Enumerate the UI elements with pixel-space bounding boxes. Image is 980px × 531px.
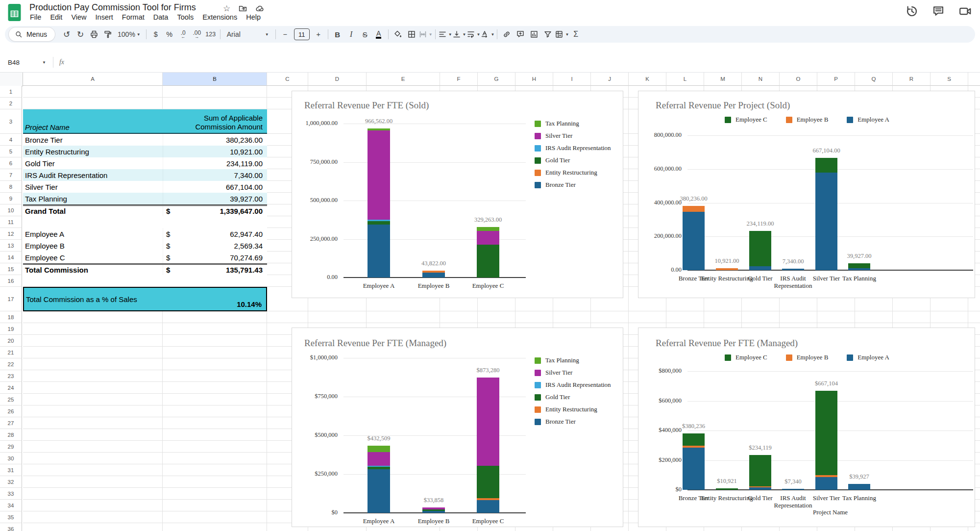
decrease-decimal-button[interactable]: .0←: [176, 27, 190, 41]
italic-button[interactable]: I: [344, 27, 358, 41]
menu-file[interactable]: File: [25, 12, 46, 22]
row-header-25[interactable]: 25: [0, 394, 22, 405]
project-name-cell[interactable]: Gold Tier: [23, 157, 163, 169]
project-row-bronze-tier[interactable]: Bronze Tier380,236.00: [23, 134, 267, 146]
column-header-L[interactable]: L: [666, 73, 704, 86]
format-percent-button[interactable]: %: [163, 27, 176, 41]
employee-name-cell[interactable]: Employee B: [23, 240, 163, 252]
column-header-C[interactable]: C: [267, 73, 308, 86]
borders-button[interactable]: [405, 27, 418, 41]
menu-help[interactable]: Help: [242, 12, 265, 22]
project-amount-cell[interactable]: 380,236.00: [163, 134, 267, 146]
print-button[interactable]: [87, 27, 101, 41]
project-amount-cell[interactable]: 10,921.00: [163, 146, 267, 157]
menu-view[interactable]: View: [67, 12, 91, 22]
row-header-9[interactable]: 9: [0, 193, 22, 204]
total-commission-amount-cell[interactable]: $135,791.43: [163, 265, 267, 275]
column-header-T[interactable]: T: [968, 73, 980, 86]
name-box-caret-icon[interactable]: ▼: [42, 60, 46, 65]
column-header-P[interactable]: P: [817, 73, 855, 86]
row-header-1[interactable]: 1: [0, 86, 22, 98]
insert-chart-button[interactable]: [527, 27, 541, 41]
commission-percent-row[interactable]: Total Commission as a % of Sales10.14%: [23, 287, 267, 311]
column-header-S[interactable]: S: [931, 73, 968, 86]
column-header-F[interactable]: F: [440, 73, 478, 86]
row-header-24[interactable]: 24: [0, 382, 22, 394]
project-row-gold-tier[interactable]: Gold Tier234,119.00: [23, 157, 267, 169]
row-header-15[interactable]: 15: [0, 263, 22, 275]
format-currency-button[interactable]: $: [149, 27, 163, 41]
total-commission-row[interactable]: Total Commission$135,791.43: [23, 263, 267, 275]
chart-referral-revenue-per-project-sold-1[interactable]: Referral Revenue Per Project (Sold)Emplo…: [638, 91, 975, 298]
row-header-33[interactable]: 33: [0, 488, 22, 500]
row-header-28[interactable]: 28: [0, 429, 22, 441]
employee-name-cell[interactable]: Employee C: [23, 252, 163, 263]
employee-name-cell[interactable]: Employee A: [23, 228, 163, 240]
merge-cells-button[interactable]: ▼: [418, 27, 433, 41]
project-amount-cell[interactable]: 7,340.00: [163, 169, 267, 181]
employee-amount-cell[interactable]: $62,947.40: [163, 228, 267, 240]
row-header-31[interactable]: 31: [0, 464, 22, 476]
row-header-3[interactable]: 3: [0, 109, 22, 134]
project-row-entity-restructuring[interactable]: Entity Restructuring10,921.00: [23, 146, 267, 157]
row-header-34[interactable]: 34: [0, 500, 22, 511]
employee-row-c[interactable]: Employee C$70,274.69: [23, 252, 267, 263]
employee-row-a[interactable]: Employee A$62,947.40: [23, 228, 267, 240]
project-name-cell[interactable]: IRS Audit Representation: [23, 169, 163, 181]
column-header-R[interactable]: R: [893, 73, 931, 86]
row-header-35[interactable]: 35: [0, 511, 22, 523]
row-header-22[interactable]: 22: [0, 358, 22, 370]
column-header-O[interactable]: O: [780, 73, 817, 86]
chart-referral-revenue-per-fte-sold-0[interactable]: Referral Revenue Per FTE (Sold)Tax Plann…: [292, 91, 623, 298]
menu-data[interactable]: Data: [149, 12, 173, 22]
row-header-7[interactable]: 7: [0, 169, 22, 181]
decrease-font-size-button[interactable]: −: [278, 27, 292, 41]
text-rotation-button[interactable]: ▼: [480, 27, 494, 41]
row-header-8[interactable]: 8: [0, 181, 22, 193]
fill-color-button[interactable]: [391, 27, 405, 41]
row-header-29[interactable]: 29: [0, 441, 22, 453]
project-amount-cell[interactable]: 667,104.00: [163, 181, 267, 193]
column-header-J[interactable]: J: [591, 73, 629, 86]
column-header-N[interactable]: N: [742, 73, 780, 86]
font-select[interactable]: Arial▼: [223, 27, 273, 41]
meet-camera-icon[interactable]: [958, 5, 972, 18]
insert-comment-button[interactable]: [514, 27, 527, 41]
grand-total-label-cell[interactable]: Grand Total: [23, 206, 163, 216]
header-cell-project[interactable]: Project Name: [23, 109, 163, 133]
pivot-table-button[interactable]: ▼: [555, 27, 569, 41]
menu-insert[interactable]: Insert: [91, 12, 118, 22]
row-header-16[interactable]: 16: [0, 275, 22, 287]
zoom-select[interactable]: 100%▼: [115, 27, 144, 41]
paint-format-button[interactable]: [101, 27, 115, 41]
column-header-I[interactable]: I: [553, 73, 591, 86]
table-header-row[interactable]: Project NameSum of Applicable Commission…: [23, 109, 267, 134]
commission-percent-label-cell[interactable]: Total Commission as a % of Sales: [24, 288, 163, 310]
row-header-36[interactable]: 36: [0, 523, 22, 531]
name-box[interactable]: B48: [8, 59, 42, 66]
header-cell-amount[interactable]: Sum of Applicable Commission Amount: [163, 109, 267, 133]
grand-total-amount-cell[interactable]: $1,339,647.00: [163, 206, 267, 216]
chart-referral-revenue-per-fte-managed-2[interactable]: Referral Revenue Per FTE (Managed)Tax Pl…: [292, 328, 623, 527]
number-format-button[interactable]: 123: [204, 27, 218, 41]
row-header-18[interactable]: 18: [0, 311, 22, 323]
create-filter-button[interactable]: [541, 27, 555, 41]
select-all-corner[interactable]: [0, 73, 23, 86]
column-header-A[interactable]: A: [23, 73, 163, 86]
column-header-G[interactable]: G: [478, 73, 515, 86]
row-header-27[interactable]: 27: [0, 417, 22, 429]
column-header-D[interactable]: D: [308, 73, 367, 86]
project-amount-cell[interactable]: 39,927.00: [163, 193, 267, 204]
grand-total-row[interactable]: Grand Total$1,339,647.00: [23, 204, 267, 216]
employee-amount-cell[interactable]: $70,274.69: [163, 252, 267, 263]
history-icon[interactable]: [906, 5, 918, 18]
row-header-6[interactable]: 6: [0, 157, 22, 169]
row-header-20[interactable]: 20: [0, 335, 22, 347]
project-amount-cell[interactable]: 234,119.00: [163, 157, 267, 169]
column-header-K[interactable]: K: [629, 73, 666, 86]
chart-referral-revenue-per-fte-managed-3[interactable]: Referral Revenue Per FTE (Managed)Employ…: [638, 328, 975, 527]
menu-format[interactable]: Format: [118, 12, 149, 22]
menu-extensions[interactable]: Extensions: [198, 12, 242, 22]
row-header-32[interactable]: 32: [0, 476, 22, 488]
row-header-26[interactable]: 26: [0, 405, 22, 417]
